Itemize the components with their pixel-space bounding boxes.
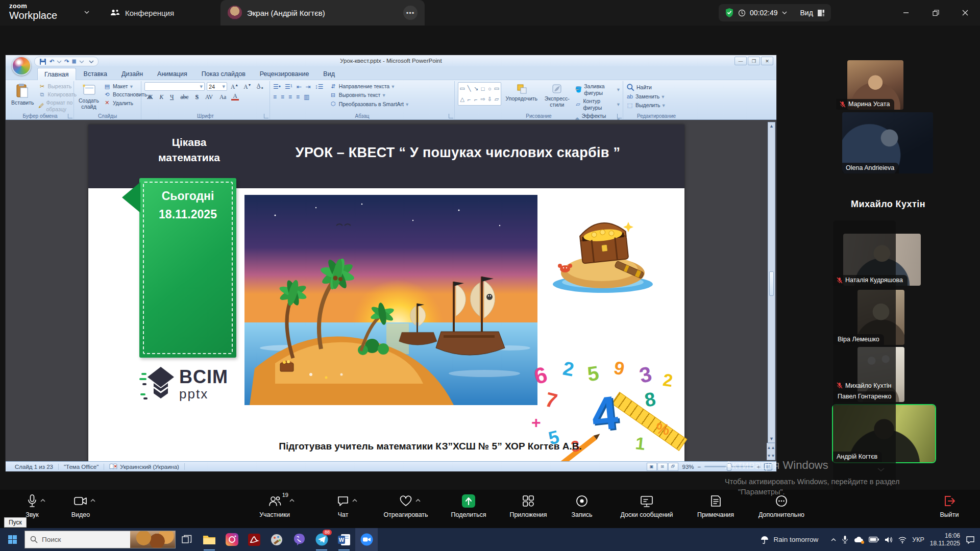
participant-tile[interactable]: Olena Andrieieva <box>842 112 933 173</box>
tab-design[interactable]: Дизайн <box>115 68 150 80</box>
network-icon[interactable] <box>898 536 906 543</box>
tab-home[interactable]: Главная <box>37 68 76 80</box>
language-switcher[interactable]: УКР <box>912 536 924 543</box>
tab-view[interactable]: Вид <box>316 68 341 80</box>
whiteboards-button[interactable]: Доски сообщений <box>616 494 677 518</box>
record-button[interactable]: Запись <box>551 494 612 518</box>
chevron-down-icon[interactable] <box>782 11 787 14</box>
chevron-up-icon[interactable] <box>40 499 45 502</box>
numbering-button[interactable]: ☰¹ <box>285 83 292 90</box>
chevron-up-icon[interactable] <box>415 499 421 502</box>
meeting-info-pill[interactable]: 00:02:49 Вид <box>719 4 831 21</box>
view-menu[interactable]: Вид <box>800 9 813 17</box>
paste-button[interactable]: Вставить <box>10 82 36 112</box>
chevron-down-icon[interactable] <box>57 60 62 63</box>
chevron-up-icon[interactable] <box>289 499 295 502</box>
tray-mic-icon[interactable] <box>842 535 848 544</box>
list-icon[interactable]: ≣ <box>71 58 76 65</box>
layout-button[interactable]: ▤Макет ▾ <box>104 83 147 90</box>
save-icon[interactable] <box>39 58 47 66</box>
word-icon[interactable]: W <box>333 528 355 551</box>
slide-nav-buttons[interactable]: ▲▲ ▼▼ <box>767 443 775 460</box>
scrollbar-thumb[interactable] <box>769 271 774 296</box>
notes-button[interactable]: Примечания <box>685 494 746 518</box>
tab-animation[interactable]: Анимация <box>151 68 194 80</box>
language-indicator[interactable]: Украинский (Украина) <box>120 464 179 470</box>
office-button[interactable] <box>12 56 31 76</box>
increase-indent-button[interactable]: ⇥ <box>306 83 311 90</box>
line-spacing-button[interactable]: ↕☰ <box>315 83 324 90</box>
powerpoint-title-bar[interactable]: Урок-квест.pptx - Microsoft PowerPoint <box>6 55 776 67</box>
dialog-launcher-icon[interactable] <box>617 114 622 118</box>
copy-button[interactable]: ⧉Копировать <box>39 91 77 98</box>
format-painter-button[interactable]: 🖉Формат по образцу <box>39 99 77 112</box>
tab-more-button[interactable]: ••• <box>403 6 418 20</box>
react-button[interactable]: Отреагировать <box>375 494 436 518</box>
search-highlight-image[interactable] <box>130 531 175 548</box>
shape-fill-button[interactable]: 🪣Заливка фигуры ▾ <box>575 83 620 96</box>
align-text-button[interactable]: ⊟Выровнять текст ▾ <box>330 92 409 98</box>
slide-sorter-button[interactable]: ⊞ <box>657 463 668 471</box>
arrange-button[interactable]: Упорядочить <box>504 82 539 112</box>
strikethrough-button[interactable]: abc <box>179 94 190 100</box>
underline-button[interactable]: Ч <box>168 94 175 100</box>
dialog-launcher-icon[interactable] <box>264 114 268 118</box>
share-screen-button[interactable]: Поделиться <box>438 494 499 518</box>
taskbar-search[interactable]: Поиск <box>24 531 176 548</box>
ppt-maximize-button[interactable]: ❐ <box>748 57 760 65</box>
cut-button[interactable]: ✂Вырезать <box>39 83 77 90</box>
shapes-gallery[interactable]: ▭╲↘□○▭ △⌐⌐⇨⇩▱ <box>458 82 501 106</box>
qat-overflow-icon[interactable] <box>89 60 94 63</box>
slide-canvas[interactable]: Цікаваматематика УРОК – КВЕСТ “ У пошука… <box>88 124 684 461</box>
change-case-button[interactable]: Aa <box>218 94 228 100</box>
tray-expand-icon[interactable] <box>831 538 836 541</box>
video-button[interactable]: Видео <box>50 494 111 518</box>
leave-button[interactable]: Выйти <box>919 494 980 518</box>
battery-icon[interactable] <box>869 537 879 542</box>
align-right-button[interactable]: ≡ <box>288 93 292 101</box>
viber-icon[interactable] <box>288 528 310 551</box>
participants-button[interactable]: 19 Участники <box>244 494 305 518</box>
font-color-button[interactable]: А <box>231 93 238 101</box>
new-slide-button[interactable]: Создатьслайд <box>77 82 101 112</box>
shape-outline-button[interactable]: ▱Контур фигуры ▾ <box>575 98 620 111</box>
zoom-out-button[interactable]: − <box>698 464 701 470</box>
apps-button[interactable]: Приложения <box>498 494 559 518</box>
speaker-icon[interactable] <box>885 536 893 543</box>
scroll-down-icon[interactable]: ▼ <box>769 436 774 441</box>
taskbar-weather[interactable]: Rain tomorrow <box>760 535 818 544</box>
next-slide-icon[interactable]: ▼▼ <box>767 454 775 458</box>
acrobat-icon[interactable] <box>243 528 265 551</box>
close-button[interactable] <box>950 0 980 26</box>
taskbar-clock[interactable]: 16:06 18.11.2025 <box>930 532 960 547</box>
restore-button[interactable] <box>921 0 950 26</box>
align-left-button[interactable]: ≡ <box>273 93 277 101</box>
redo-icon[interactable]: ↷ <box>64 58 69 65</box>
vertical-scrollbar[interactable]: ▲ ▼ <box>768 122 775 443</box>
italic-button[interactable]: К <box>158 94 165 100</box>
tab-meeting[interactable]: Конференция <box>110 0 174 26</box>
shrink-font-button[interactable]: A▼ <box>242 83 253 90</box>
participant-tile[interactable]: Марина Усата <box>847 60 903 110</box>
replace-button[interactable]: abЗаменить ▾ <box>626 93 665 100</box>
chevron-down-icon[interactable] <box>84 11 89 14</box>
action-center-icon[interactable] <box>966 536 975 544</box>
dialog-launcher-icon[interactable] <box>449 114 453 118</box>
decrease-indent-button[interactable]: ⇤ <box>297 83 302 90</box>
tab-insert[interactable]: Вставка <box>77 68 114 80</box>
align-center-button[interactable]: ≡ <box>281 93 284 101</box>
ppt-minimize-button[interactable]: — <box>734 57 747 65</box>
instagram-icon[interactable] <box>220 528 243 551</box>
tab-screen-share[interactable]: Экран (Андрій Когтєв) ••• <box>220 0 425 26</box>
font-size-combo[interactable]: 24▾ <box>207 82 227 91</box>
smartart-button[interactable]: ⬡Преобразовать в SmartArt ▾ <box>330 101 409 107</box>
normal-view-button[interactable]: ▣ <box>647 463 657 471</box>
minimize-button[interactable] <box>891 0 921 26</box>
start-button[interactable] <box>0 528 24 551</box>
find-button[interactable]: Найти <box>626 83 665 91</box>
bold-button[interactable]: Ж <box>145 94 154 100</box>
more-button[interactable]: Дополнительно <box>751 494 812 518</box>
reset-button[interactable]: ⟲Восстановить <box>104 91 147 98</box>
dialog-launcher-icon[interactable] <box>68 114 72 118</box>
scroll-up-icon[interactable]: ▲ <box>769 123 774 129</box>
